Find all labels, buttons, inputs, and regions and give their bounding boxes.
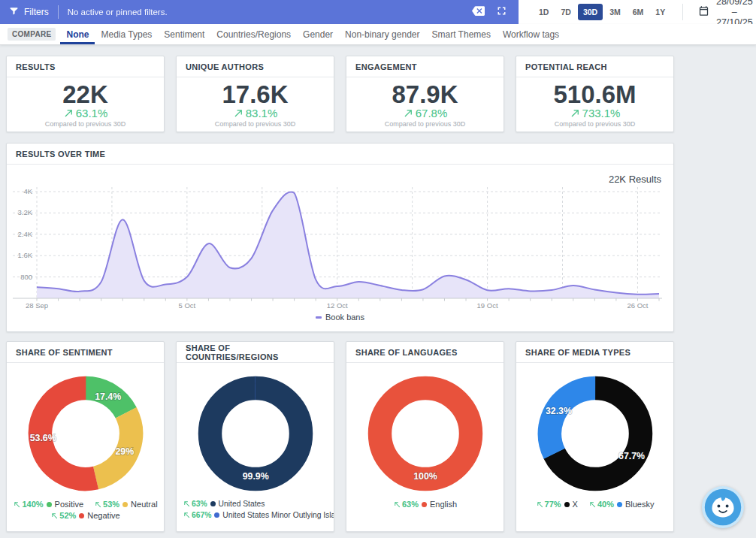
svg-text:800: 800 <box>20 273 32 281</box>
filter-bar-divider <box>58 5 59 19</box>
fullscreen-button[interactable] <box>494 3 510 21</box>
clear-filters-button[interactable] <box>470 3 486 21</box>
legend-dot-x <box>564 502 570 507</box>
media-types-donut-chart[interactable]: 67.7%32.3% <box>516 373 673 494</box>
compare-bar: COMPARE NoneMedia TypesSentimentCountrie… <box>0 24 756 45</box>
kpi-note: Compared to previous 30D <box>555 120 636 128</box>
kpi-title: ENGAGEMENT <box>355 62 417 71</box>
trend-up-icon <box>233 107 244 119</box>
kpi-card-header: RESULTS <box>7 56 164 77</box>
donut-card-header: SHARE OF SENTIMENT <box>7 342 164 363</box>
kpi-body: 87.9K 67.8% Compared to previous 30D <box>346 77 503 131</box>
kpi-title: UNIQUE AUTHORS <box>186 62 264 71</box>
svg-text:26 Oct: 26 Oct <box>627 301 648 310</box>
svg-text:100%: 100% <box>413 471 437 482</box>
legend-dot-neutral <box>122 502 128 507</box>
media-types-legend: 77%X40%Bluesky <box>516 500 673 509</box>
compare-tab-media-types[interactable]: Media Types <box>95 24 158 44</box>
top-bar: Filters No active or pinned filters. 1D7… <box>0 0 756 24</box>
donut-card-title: SHARE OF LANGUAGES <box>355 348 458 357</box>
filters-button[interactable]: Filters <box>9 6 49 18</box>
share-of-sentiment-card: SHARE OF SENTIMENT 17.4%29%53.6% 140%Pos… <box>6 341 165 532</box>
svg-text:32.3%: 32.3% <box>545 406 571 416</box>
compare-tab-countries-regions[interactable]: Countries/Regions <box>210 24 297 44</box>
svg-text:5 Oct: 5 Oct <box>179 301 196 310</box>
legend-dot-united-states-minor-outlying-islands <box>214 512 219 518</box>
range-button-6m[interactable]: 6M <box>627 4 649 20</box>
owly-chat-button[interactable] <box>702 486 744 528</box>
timeline-legend: Book bans <box>7 313 673 322</box>
time-bar-divider <box>682 4 683 20</box>
kpi-note: Compared to previous 30D <box>45 120 126 128</box>
legend-english[interactable]: 63%English <box>393 500 457 509</box>
kpi-change: 733.1% <box>570 107 621 119</box>
legend-dot-negative <box>79 513 84 518</box>
svg-text:1.6K: 1.6K <box>17 251 32 259</box>
results-over-time-card: RESULTS OVER TIME 22K Results 8001.6K2.4… <box>6 143 674 332</box>
kpi-body: 17.6K 83.1% Compared to previous 30D <box>177 77 334 131</box>
legend-neutral[interactable]: 53%Neutral <box>94 500 158 509</box>
legend-united-states-minor-outlying-islands[interactable]: 667%United States Minor Outlying Islands <box>183 511 334 519</box>
svg-text:99.9%: 99.9% <box>242 471 268 482</box>
countries-donut-chart[interactable]: 99.9% <box>177 373 334 494</box>
legend-dot-united-states <box>210 501 216 506</box>
svg-text:2.4K: 2.4K <box>17 230 32 238</box>
time-range-bar: 1D7D30D3M6M1Y 28/09/25 – 27/10/25 <box>519 0 756 24</box>
compare-tab-none[interactable]: None <box>60 24 95 44</box>
compare-tab-sentiment[interactable]: Sentiment <box>158 24 210 44</box>
range-button-7d[interactable]: 7D <box>555 4 576 20</box>
dashboard-content: RESULTS 22K 63.1% Compared to previous 3… <box>0 45 674 532</box>
clear-filters-icon <box>472 5 485 20</box>
legend-dot-bluesky <box>617 502 622 507</box>
svg-text:12 Oct: 12 Oct <box>327 301 348 310</box>
legend-bluesky[interactable]: 40%Bluesky <box>588 500 655 509</box>
range-button-1d[interactable]: 1D <box>534 4 554 20</box>
kpi-card-header: POTENTIAL REACH <box>516 56 673 77</box>
kpi-card-unique-authors: UNIQUE AUTHORS 17.6K 83.1% Compared to p… <box>176 56 334 132</box>
series-label-book-bans[interactable]: Book bans <box>325 313 364 322</box>
legend-united-states[interactable]: 63%United States <box>183 500 265 508</box>
range-button-30d[interactable]: 30D <box>578 4 603 20</box>
kpi-card-results: RESULTS 22K 63.1% Compared to previous 3… <box>6 56 165 132</box>
trend-up-icon <box>570 107 581 119</box>
kpi-title: POTENTIAL REACH <box>525 62 607 71</box>
legend-negative[interactable]: 52%Negative <box>50 511 119 520</box>
svg-text:4K: 4K <box>23 187 32 195</box>
share-of-countries-card: SHARE OF COUNTRIES/REGIONS 99.9% 63%Unit… <box>176 341 334 532</box>
filter-funnel-icon <box>9 6 19 18</box>
compare-label: COMPARE <box>8 28 56 41</box>
kpi-title: RESULTS <box>16 62 56 71</box>
kpi-value: 22K <box>62 82 108 107</box>
kpi-change: 67.8% <box>403 107 448 119</box>
results-over-time-title: RESULTS OVER TIME <box>16 150 105 159</box>
owly-icon <box>702 486 744 528</box>
sentiment-donut-chart[interactable]: 17.4%29%53.6% <box>7 373 164 494</box>
kpi-card-potential-reach: POTENTIAL REACH 510.6M 733.1% Compared t… <box>516 56 674 132</box>
legend-positive[interactable]: 140%Positive <box>13 500 83 509</box>
results-over-time-header: RESULTS OVER TIME <box>7 144 673 165</box>
kpi-body: 22K 63.1% Compared to previous 30D <box>7 77 164 131</box>
svg-text:53.6%: 53.6% <box>29 433 56 443</box>
compare-tab-gender[interactable]: Gender <box>297 24 339 44</box>
calendar-icon <box>698 5 709 19</box>
range-button-1y[interactable]: 1Y <box>650 4 670 20</box>
compare-tab-non-binary-gender[interactable]: Non-binary gender <box>339 24 425 44</box>
legend-x[interactable]: 77%X <box>536 500 578 509</box>
filters-button-label: Filters <box>24 7 49 17</box>
donut-card-title: SHARE OF MEDIA TYPES <box>525 348 631 357</box>
compare-tab-workflow-tags[interactable]: Workflow tags <box>497 24 565 44</box>
kpi-card-engagement: ENGAGEMENT 87.9K 67.8% Compared to previ… <box>346 56 504 132</box>
results-over-time-chart[interactable]: 8001.6K2.4K3.2K4K28 Sep5 Oct12 Oct19 Oct… <box>7 183 673 312</box>
kpi-value: 87.9K <box>392 82 458 107</box>
compare-tab-smart-themes[interactable]: Smart Themes <box>426 24 497 44</box>
svg-text:29%: 29% <box>115 446 134 457</box>
donut-card-header: SHARE OF MEDIA TYPES <box>516 342 673 363</box>
share-of-languages-card: SHARE OF LANGUAGES 100% 63%English <box>346 341 504 532</box>
kpi-body: 510.6M 733.1% Compared to previous 30D <box>516 77 673 131</box>
fullscreen-icon <box>495 5 508 20</box>
languages-donut-chart[interactable]: 100% <box>346 373 503 494</box>
legend-dot-english <box>422 502 427 507</box>
kpi-value: 17.6K <box>222 82 288 107</box>
range-button-3m[interactable]: 3M <box>604 4 626 20</box>
kpi-value: 510.6M <box>553 82 636 107</box>
